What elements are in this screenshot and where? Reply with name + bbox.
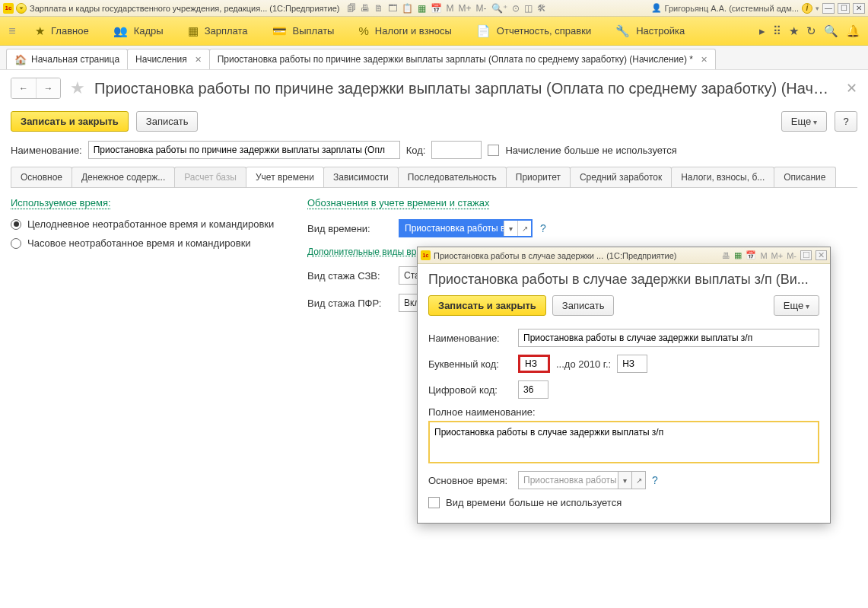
info-icon[interactable]: i — [802, 3, 812, 14]
favorite-page-icon[interactable]: ★ — [70, 78, 85, 98]
combo-open-icon[interactable]: ↗ — [631, 472, 645, 489]
help-icon[interactable]: ? — [540, 222, 546, 234]
section-vyplaty[interactable]: 💳Выплаты — [260, 17, 347, 45]
tab-priostanovka[interactable]: Приостановка работы по причине задержки … — [209, 49, 716, 69]
itab-denezhnoe[interactable]: Денежное содерж... — [72, 167, 175, 187]
close-button[interactable]: ✕ — [853, 3, 865, 14]
combo-open-icon[interactable]: ↗ — [517, 221, 531, 236]
zoom-in-icon[interactable]: 🔍⁺ — [491, 3, 507, 14]
dialog-code-label: Буквенный код: — [428, 358, 512, 370]
print-icon[interactable]: 🖶 — [722, 251, 730, 260]
section-nastroika[interactable]: 🔧Настройка — [603, 17, 697, 45]
itab-uchet[interactable]: Учет времени — [246, 167, 324, 187]
radio-icon[interactable] — [11, 219, 21, 230]
user-label[interactable]: Григорьянц А.А. (системный адм... — [665, 4, 799, 13]
m-icon[interactable]: M — [760, 251, 767, 260]
code-input[interactable] — [431, 141, 482, 159]
home-icon: 🏠 — [14, 54, 27, 65]
page-nav: ← → ★ Приостановка работы по причине зад… — [11, 78, 857, 99]
m-plus-icon[interactable]: M+ — [459, 3, 472, 14]
calendar-icon[interactable]: 📅 — [746, 250, 756, 260]
nav-forward-button[interactable]: → — [36, 78, 60, 98]
minimize-button[interactable]: — — [822, 3, 835, 14]
dialog-unused-checkbox[interactable] — [428, 497, 440, 508]
itab-opisanie[interactable]: Описание — [774, 167, 835, 187]
history-icon[interactable]: ↻ — [806, 24, 816, 38]
menu-icon[interactable]: ≡ — [2, 24, 23, 38]
dialog-base-combo[interactable]: Приостановка работы в сл ▾ ↗ — [518, 471, 646, 489]
m-icon[interactable]: M — [447, 3, 454, 14]
calc-icon[interactable]: ▦ — [418, 3, 426, 14]
new-window-icon[interactable]: ◫ — [524, 3, 533, 14]
dialog-write-button[interactable]: Записать — [552, 295, 615, 316]
print-preview-icon[interactable]: 🗐 — [347, 3, 356, 14]
m-minus-icon[interactable]: M- — [476, 3, 487, 14]
m-plus-icon[interactable]: M+ — [771, 251, 784, 260]
app-title: Зарплата и кадры государственного учрежд… — [30, 4, 267, 13]
zoom-reset-icon[interactable]: ⊙ — [512, 3, 520, 14]
dialog-close-button[interactable]: ✕ — [816, 250, 827, 260]
radio-wholeday[interactable]: Целодневное неотработанное время и коман… — [11, 215, 292, 234]
tools-icon[interactable]: 🛠 — [537, 3, 546, 14]
favorite-icon[interactable]: ★ — [789, 24, 799, 38]
dialog-num-input[interactable] — [518, 380, 548, 399]
apps-icon[interactable]: ⠿ — [773, 24, 781, 38]
combo-dropdown-icon[interactable]: ▾ — [504, 221, 517, 236]
itab-prioritet[interactable]: Приоритет — [506, 167, 571, 187]
print-icon[interactable]: 🖶 — [361, 3, 370, 14]
calc-icon[interactable]: ▦ — [734, 250, 742, 260]
search-icon[interactable]: 🔍 — [824, 24, 838, 38]
radio-icon[interactable] — [11, 238, 21, 249]
dialog-more-button[interactable]: Еще — [774, 295, 819, 316]
pfr-label: Вид стажа ПФР: — [307, 298, 391, 309]
code-label: Код: — [406, 145, 426, 156]
itab-zavisimosti[interactable]: Зависимости — [323, 167, 399, 187]
m-minus-icon[interactable]: M- — [787, 251, 796, 260]
clipboard-icon[interactable]: 📋 — [402, 3, 413, 14]
info-dropdown-icon[interactable]: ▾ — [816, 5, 819, 12]
itab-sredniy[interactable]: Средний заработок — [570, 167, 672, 187]
itab-posledovatelnost[interactable]: Последовательность — [398, 167, 507, 187]
tab-close-icon[interactable]: ✕ — [701, 55, 707, 65]
section-kadry[interactable]: 👥Кадры — [101, 17, 176, 45]
write-and-close-button[interactable]: Записать и закрыть — [11, 111, 129, 132]
dialog-code-input[interactable] — [518, 355, 550, 373]
radio-hourly[interactable]: Часовое неотработанное время и командиро… — [11, 234, 292, 253]
name-input[interactable] — [88, 141, 400, 159]
app-logo-icon: 1c — [3, 3, 14, 14]
compare-icon[interactable]: 🗔 — [388, 3, 397, 14]
help-button[interactable]: ? — [835, 111, 857, 132]
wallet-icon: 💳 — [272, 24, 287, 38]
dialog-until-input[interactable] — [617, 355, 647, 373]
bell-icon[interactable]: 🔔 — [846, 24, 860, 38]
page-close-icon[interactable]: ✕ — [846, 80, 857, 97]
itab-osnovnoe[interactable]: Основное — [11, 167, 72, 187]
caret-right-icon[interactable]: ▸ — [759, 24, 765, 38]
tab-home-label: Начальная страница — [31, 54, 119, 65]
tab-home[interactable]: 🏠Начальная страница — [6, 49, 128, 69]
section-vyplaty-label: Выплаты — [293, 25, 335, 37]
section-nalogi[interactable]: %Налоги и взносы — [346, 17, 463, 45]
write-button[interactable]: Записать — [136, 111, 199, 132]
maximize-button[interactable]: ☐ — [838, 3, 850, 14]
unused-checkbox[interactable] — [488, 145, 499, 156]
section-main[interactable]: ★Главное — [23, 17, 101, 45]
calendar-icon[interactable]: 📅 — [431, 3, 442, 14]
itab-nalogi[interactable]: Налоги, взносы, б... — [671, 167, 774, 187]
vid-vremeni-combo[interactable]: Приостановка работы в сл ▾ ↗ — [399, 219, 533, 237]
dialog-write-close-button[interactable]: Записать и закрыть — [428, 295, 546, 316]
more-button[interactable]: Еще — [781, 111, 827, 132]
nav-back-button[interactable]: ← — [11, 78, 36, 98]
tab-close-icon[interactable]: ✕ — [195, 55, 202, 65]
dialog-name-input[interactable] — [518, 329, 819, 347]
tab-nachisleniya[interactable]: Начисления✕ — [127, 49, 210, 69]
dropdown-icon[interactable] — [16, 3, 27, 14]
doc-icon[interactable]: 🗎 — [374, 3, 383, 14]
section-zarplata[interactable]: ▦Зарплата — [176, 17, 260, 45]
combo-dropdown-icon[interactable]: ▾ — [618, 472, 631, 489]
help-icon[interactable]: ? — [652, 474, 658, 486]
dialog-full-textarea[interactable] — [428, 421, 819, 463]
section-otchet[interactable]: 📄Отчетность, справки — [464, 17, 603, 45]
dialog-maximize-button[interactable]: ☐ — [800, 250, 812, 260]
dialog-title-text: Приостановка работы в случае задержки ..… — [434, 251, 603, 260]
